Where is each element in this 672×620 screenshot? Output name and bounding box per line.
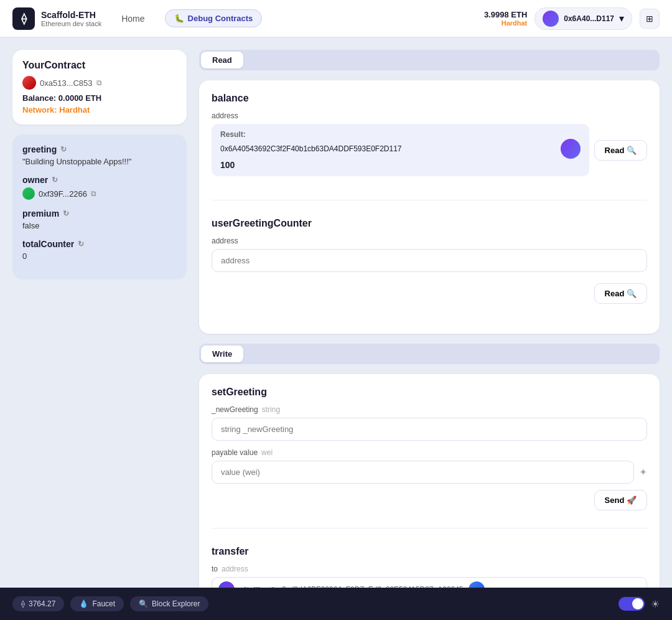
state-item-premium: premium ↻ false [22,209,177,230]
state-item-totalcounter: totalCounter ↻ 0 [22,239,177,261]
bug-icon: 🐛 [174,14,184,23]
right-panel: Read balance address Result: 100 [199,50,660,620]
ugc-read-button[interactable]: Read 🔍 [594,283,647,304]
state-item-owner: owner ↻ 0xf39F...2266 ⧉ [22,175,177,200]
refresh-totalcounter-icon[interactable]: ↻ [78,240,84,248]
bottom-bar: ⟠ 3764.27 💧 Faucet 🔍 Block Explorer ☀ [0,588,672,620]
eth-balance: 3.9998 ETH Hardhat [484,10,527,27]
settings-button[interactable]: ⊞ [640,9,660,29]
fn-usergreetingcounter: userGreetingCounter address Read 🔍 [212,218,647,321]
block-number-pill: ⟠ 3764.27 [12,596,64,611]
sg-param2-label: payable value wei [212,448,647,457]
state-label-owner: owner ↻ [22,175,177,185]
state-value-premium: false [22,221,177,230]
fn-balance: balance address Result: 100 Read 🔍 [212,93,647,200]
eth-icon: ⟠ [21,599,25,608]
contract-network: Network: Hardhat [22,105,177,115]
account-avatar [543,11,559,27]
ugc-btn-row: Read 🔍 [212,283,647,304]
sg-payable-row: ✦ [212,461,647,484]
fn-balance-name: balance [212,93,647,104]
ugc-address-input[interactable] [212,249,647,272]
write-panel: setGreeting _newGreeting string payable … [199,374,660,620]
contract-address-short: 0xa513...C853 [40,78,93,88]
contract-name: YourContract [22,60,177,71]
tab-write[interactable]: Write [201,345,243,362]
brand: ⟠ Scaffold-ETH Ethereum dev stack [12,7,101,30]
sg-newgreeting-input[interactable] [212,418,647,441]
copy-owner-icon[interactable]: ⧉ [91,189,96,198]
tab-bar-read: Read [199,50,660,70]
ugc-param-label: address [212,237,647,245]
state-label-greeting: greeting ↻ [22,144,177,154]
home-nav-link[interactable]: Home [116,11,149,26]
navbar-left: ⟠ Scaffold-ETH Ethereum dev stack Home 🐛… [12,7,262,30]
balance-read-button[interactable]: Read 🔍 [594,140,647,161]
faucet-button[interactable]: 💧 Faucet [70,596,124,611]
sun-icon[interactable]: ☀ [651,598,660,610]
fn-setgreeting: setGreeting _newGreeting string payable … [212,387,647,528]
chevron-down-icon: ▾ [619,12,624,24]
owner-avatar [22,187,35,200]
balance-result-row: Result: 100 Read 🔍 [212,124,647,176]
contract-card: YourContract 0xa513...C853 ⧉ Balance: 0.… [12,50,187,124]
refresh-premium-icon[interactable]: ↻ [63,209,69,218]
explorer-icon: 🔍 [139,599,148,608]
network-name: Hardhat [484,19,527,27]
navbar-right: 3.9998 ETH Hardhat 0x6A40...D117 ▾ ⊞ [484,7,660,30]
state-owner-address-row: 0xf39F...2266 ⧉ [22,187,177,200]
sg-payable-input[interactable] [212,461,634,484]
block-explorer-button[interactable]: 🔍 Block Explorer [130,596,208,611]
contract-mini-avatar [22,76,36,90]
state-label-premium: premium ↻ [22,209,177,218]
state-card: greeting ↻ "Building Unstoppable Apps!!!… [12,134,187,279]
state-value-owner: 0xf39F...2266 [39,189,87,199]
balance-result-value: 100 [220,160,581,170]
read-panel: balance address Result: 100 Read 🔍 [199,80,660,334]
navbar: ⟠ Scaffold-ETH Ethereum dev stack Home 🐛… [0,0,672,37]
sg-send-button[interactable]: Send 🚀 [594,490,647,510]
fn-transfer-name: transfer [212,546,647,557]
brand-logo: ⟠ [12,7,35,30]
sidebar: YourContract 0xa513...C853 ⧉ Balance: 0.… [12,50,187,620]
refresh-owner-icon[interactable]: ↻ [52,176,58,184]
balance-address-input[interactable] [220,144,561,153]
toggle-thumb [632,598,643,609]
brand-text: Scaffold-ETH Ethereum dev stack [41,10,101,27]
tab-read[interactable]: Read [201,52,243,68]
state-item-greeting: greeting ↻ "Building Unstoppable Apps!!!… [22,144,177,166]
refresh-greeting-icon[interactable]: ↻ [60,145,67,154]
block-number: 3764.27 [29,599,55,608]
balance-amount: 3.9998 ETH [484,10,527,19]
fn-ugc-name: userGreetingCounter [212,218,647,229]
tab-bar-write: Write [199,344,660,364]
account-pill[interactable]: 0x6A40...D117 ▾ [534,7,632,30]
result-label: Result: [220,130,581,139]
balance-param-label: address [212,111,647,120]
theme-toggle[interactable] [618,597,645,611]
faucet-icon: 💧 [79,599,88,608]
balance-input-avatar [561,139,581,159]
bottom-right: ☀ [618,597,660,611]
state-value-greeting: "Building Unstoppable Apps!!!" [22,157,177,166]
sg-param1-label: _newGreeting string [212,405,647,414]
state-label-totalcounter: totalCounter ↻ [22,239,177,249]
copy-address-icon[interactable]: ⧉ [96,78,102,87]
brand-name: Scaffold-ETH [41,10,101,20]
debug-contracts-nav[interactable]: 🐛 Debug Contracts [165,9,263,27]
state-value-totalcounter: 0 [22,251,177,261]
bottom-left: ⟠ 3764.27 💧 Faucet 🔍 Block Explorer [12,596,208,611]
contract-address-row: 0xa513...C853 ⧉ [22,76,177,90]
transfer-param1-label: to address [212,565,647,573]
balance-result-box: Result: 100 [212,124,589,176]
main-content: YourContract 0xa513...C853 ⧉ Balance: 0.… [0,37,672,620]
account-address: 0x6A40...D117 [564,14,614,23]
brand-subtitle: Ethereum dev stack [41,20,101,27]
contract-balance: Balance: 0.0000 ETH [22,93,177,103]
fn-sg-name: setGreeting [212,387,647,398]
sg-btn-row: Send 🚀 [212,490,647,510]
